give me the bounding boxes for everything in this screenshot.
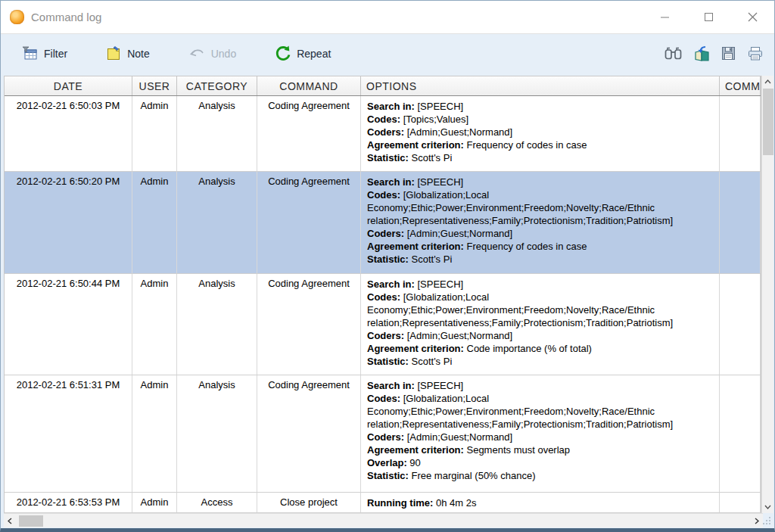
option-line: Search in: [SPEECH] [367, 176, 713, 188]
row-command-cell: Close project [257, 493, 361, 512]
undo-icon [189, 48, 206, 59]
close-icon [748, 12, 758, 22]
option-line: Statistic: Scott's Pi [367, 355, 713, 368]
undo-button: Undo [189, 48, 236, 60]
row-date-cell: 2012-02-21 6:53:53 PM [5, 493, 132, 512]
row-command-cell: Coding Agreement [257, 274, 361, 375]
row-command-cell: Coding Agreement [257, 96, 361, 171]
row-comment-cell [720, 375, 761, 492]
vertical-scroll-thumb[interactable] [763, 89, 773, 155]
option-line: Agreement criterion: Segments must overl… [367, 443, 713, 456]
horizontal-scroll-thumb[interactable] [19, 515, 43, 527]
row-category-cell: Analysis [177, 96, 257, 171]
save-button[interactable] [721, 46, 736, 61]
toolbar: Filter Note Undo Repeat [1, 33, 774, 73]
row-date-cell: 2012-02-21 6:51:31 PM [5, 375, 132, 492]
repeat-icon [275, 45, 291, 61]
export-notes-icon [693, 46, 711, 61]
column-header-category[interactable]: CATEGORY [177, 76, 257, 95]
option-line: Agreement criterion: Frequency of codes … [367, 240, 713, 253]
table-row[interactable]: 2012-02-21 6:50:20 PM Admin Analysis Cod… [5, 172, 761, 274]
option-line: Statistic: Scott's Pi [367, 253, 713, 266]
save-icon [721, 46, 736, 61]
column-header-options[interactable]: OPTIONS [361, 76, 720, 95]
option-line: Codes: [Globalization;Local Economy;Ethi… [367, 188, 713, 227]
row-comment-cell [720, 96, 761, 171]
row-options-cell: Search in: [SPEECH]Codes: [Topics;Values… [361, 96, 720, 171]
option-line: Running time: 0h 4m 2s [367, 496, 713, 509]
option-line: Search in: [SPEECH] [367, 100, 713, 113]
row-options-cell: Search in: [SPEECH]Codes: [Globalization… [361, 375, 720, 492]
row-category-cell: Analysis [177, 172, 257, 273]
option-line: Agreement criterion: Code importance (% … [367, 342, 713, 355]
chevron-right-icon [755, 518, 759, 524]
filter-button[interactable]: Filter [22, 46, 67, 61]
option-line: Overlap: 90 [367, 456, 713, 469]
column-header-date[interactable]: DATE [5, 76, 132, 95]
content-area: DATE USER CATEGORY COMMAND OPTIONS COMM … [1, 73, 774, 528]
row-options-cell: Search in: [SPEECH]Codes: [Globalization… [361, 172, 720, 273]
undo-label: Undo [211, 48, 236, 60]
horizontal-scrollbar[interactable] [4, 513, 763, 527]
scroll-up-button[interactable] [762, 76, 773, 88]
option-line: Codes: [Globalization;Local Economy;Ethi… [367, 392, 713, 431]
table-row[interactable]: 2012-02-21 6:50:44 PM Admin Analysis Cod… [5, 274, 761, 375]
maximize-button[interactable] [686, 1, 730, 33]
option-line: Search in: [SPEECH] [367, 379, 713, 392]
print-icon [747, 46, 764, 61]
row-comment-cell [720, 172, 761, 273]
chevron-down-icon [764, 505, 771, 509]
print-button[interactable] [747, 46, 764, 61]
close-button[interactable] [730, 1, 774, 33]
resize-grip[interactable] [763, 513, 773, 527]
option-line: Codes: [Topics;Values] [367, 113, 713, 126]
option-line: Coders: [Admin;Guest;Normand] [367, 431, 713, 443]
scroll-down-button[interactable] [762, 501, 773, 513]
repeat-button[interactable]: Repeat [275, 45, 331, 61]
row-user-cell: Admin [132, 375, 177, 492]
note-button[interactable]: Note [107, 46, 150, 61]
row-date-cell: 2012-02-21 6:50:03 PM [5, 96, 132, 171]
table-header-row: DATE USER CATEGORY COMMAND OPTIONS COMM [5, 76, 761, 96]
minimize-icon [660, 12, 670, 22]
row-category-cell: Analysis [177, 274, 257, 375]
option-line: Agreement criterion: Frequency of codes … [367, 138, 713, 151]
row-user-cell: Admin [132, 493, 177, 512]
row-user-cell: Admin [132, 172, 177, 273]
column-header-user[interactable]: USER [132, 76, 177, 95]
option-line: Coders: [Admin;Guest;Normand] [367, 329, 713, 342]
row-user-cell: Admin [132, 274, 177, 375]
option-line: Search in: [SPEECH] [367, 278, 713, 291]
chevron-up-icon [764, 79, 771, 84]
row-command-cell: Coding Agreement [257, 172, 361, 273]
minimize-button[interactable] [643, 1, 686, 33]
table-row[interactable]: 2012-02-21 6:53:53 PM Admin Access Close… [5, 493, 761, 513]
vertical-scrollbar[interactable] [761, 76, 773, 513]
scroll-left-button[interactable] [4, 514, 16, 527]
filter-icon [22, 46, 39, 61]
scroll-right-button[interactable] [751, 514, 763, 527]
row-comment-cell [720, 274, 761, 375]
maximize-icon [704, 12, 714, 22]
resize-grip-icon [762, 516, 771, 525]
log-table: DATE USER CATEGORY COMMAND OPTIONS COMM … [4, 76, 761, 513]
filter-label: Filter [44, 48, 67, 60]
row-date-cell: 2012-02-21 6:50:44 PM [5, 274, 132, 375]
window-controls [643, 1, 774, 33]
export-notes-button[interactable] [693, 46, 711, 61]
column-header-command[interactable]: COMMAND [257, 76, 361, 95]
find-button[interactable] [665, 47, 682, 60]
column-header-comment[interactable]: COMM [720, 76, 761, 95]
row-date-cell: 2012-02-21 6:50:20 PM [5, 172, 132, 273]
option-line: Codes: [Globalization;Local Economy;Ethi… [367, 291, 713, 329]
row-comment-cell [720, 493, 761, 512]
option-line: Statistic: Scott's Pi [367, 151, 713, 164]
table-row[interactable]: 2012-02-21 6:51:31 PM Admin Analysis Cod… [5, 375, 761, 493]
table-row[interactable]: 2012-02-21 6:50:03 PM Admin Analysis Cod… [5, 96, 761, 172]
row-user-cell: Admin [132, 96, 177, 171]
note-icon [107, 46, 122, 61]
window-title: Command log [31, 11, 643, 23]
command-log-window: Command log Filter [0, 0, 775, 532]
row-command-cell: Coding Agreement [257, 375, 361, 492]
option-line: Statistic: Free marginal (50% chance) [367, 469, 713, 482]
